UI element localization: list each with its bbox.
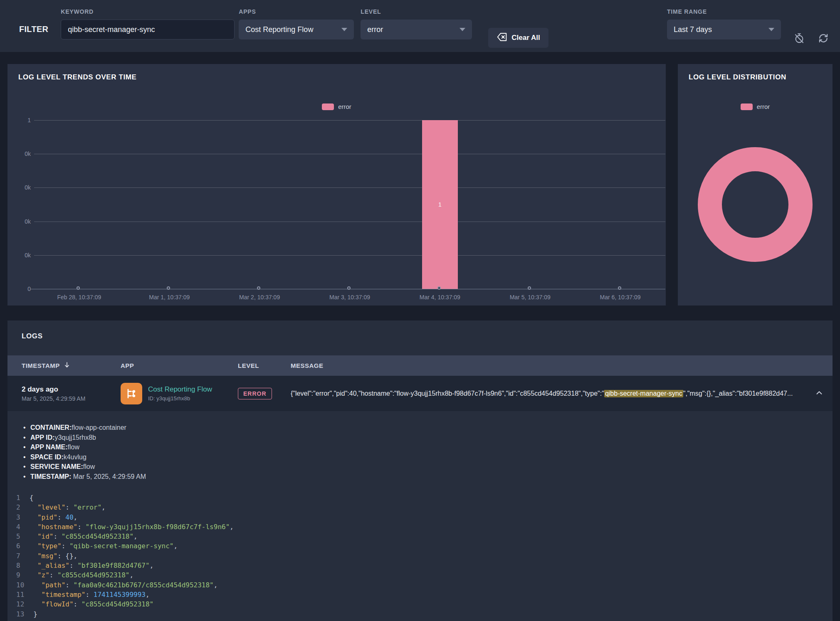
- axis-tick-dot: [347, 286, 351, 290]
- apps-dropdown[interactable]: Cost Reporting Flow: [239, 20, 354, 39]
- level-label: LEVEL: [361, 8, 472, 15]
- distribution-legend-item-error[interactable]: error: [678, 103, 833, 110]
- collapse-row-button[interactable]: [806, 388, 833, 399]
- line-number: 12: [16, 600, 24, 608]
- code-line: 7 "msg": {},: [16, 551, 818, 561]
- app-name-link[interactable]: Cost Reporting Flow: [148, 385, 212, 394]
- level-field-group: LEVEL error: [361, 8, 472, 39]
- line-number: 2: [16, 503, 20, 511]
- x-axis-label: Mar 4, 10:37:09: [394, 294, 486, 301]
- donut-chart[interactable]: [698, 147, 813, 262]
- line-number: 4: [16, 523, 20, 531]
- trends-bar-chart: 10k0k0k0k0Feb 28, 10:37:09Mar 1, 10:37:0…: [7, 64, 666, 306]
- logs-panel: LOGS TIMESTAMP APP LEVEL MESSAGE 2 days …: [7, 320, 833, 621]
- line-number: 13: [16, 610, 24, 618]
- detail-field: SERVICE NAME:flow: [23, 462, 818, 472]
- column-label-timestamp: TIMESTAMP: [22, 362, 60, 369]
- x-axis-label: Mar 6, 10:37:09: [575, 294, 666, 301]
- time-range-dropdown[interactable]: Last 7 days: [667, 20, 781, 39]
- log-level-trends-panel: LOG LEVEL TRENDS OVER TIME error 10k0k0k…: [7, 64, 666, 306]
- log-metadata-list: CONTAINER:flow-app-containerAPP ID:y3quj…: [23, 423, 818, 481]
- backspace-icon: [497, 32, 507, 44]
- filter-bar: FILTER KEYWORD APPS Cost Reporting Flow …: [0, 0, 840, 52]
- log-detail-expanded: CONTAINER:flow-app-containerAPP ID:y3quj…: [7, 411, 833, 619]
- detail-field: APP ID:y3qujj15rhx8b: [23, 433, 818, 443]
- y-axis-tick: 0: [11, 286, 31, 292]
- log-level-distribution-panel: LOG LEVEL DISTRIBUTION error: [678, 64, 833, 306]
- y-axis-tick: 0k: [11, 252, 31, 259]
- filter-bar-title: FILTER: [19, 25, 48, 34]
- detail-field: TIMESTAMP: Mar 5, 2025, 4:29:59 AM: [23, 472, 818, 482]
- detail-field-key: APP ID:: [30, 434, 54, 441]
- grid-line: [34, 187, 665, 188]
- line-number: 5: [16, 532, 20, 540]
- logs-title: LOGS: [7, 320, 833, 340]
- timer-off-icon: [793, 39, 805, 45]
- time-range-label: TIME RANGE: [667, 8, 781, 15]
- refresh-button[interactable]: [818, 32, 829, 44]
- message-keyword-highlight: qibb-secret-manager-sync: [604, 390, 683, 397]
- x-axis-label: Mar 2, 10:37:09: [214, 294, 305, 301]
- log-message-cell[interactable]: {"level":"error","pid":40,"hostname":"fl…: [291, 390, 806, 397]
- chevron-up-icon: [815, 388, 824, 399]
- bar-value-label: 1: [438, 201, 442, 208]
- column-label-app: APP: [121, 362, 134, 369]
- detail-field-key: APP NAME:: [30, 444, 68, 451]
- grid-line: [34, 154, 665, 154]
- detail-field-key: SPACE ID:: [30, 453, 64, 461]
- code-line: 3 "pid": 40,: [16, 513, 818, 522]
- flow-app-icon: [121, 383, 142, 404]
- x-axis-label: Mar 3, 10:37:09: [304, 294, 395, 301]
- code-line: 1{: [16, 493, 818, 503]
- distribution-panel-title: LOG LEVEL DISTRIBUTION: [689, 73, 786, 81]
- level-dropdown[interactable]: error: [361, 20, 472, 39]
- app-id: ID: y3qujj15rhx8b: [148, 395, 212, 402]
- code-line: 2 "level": "error",: [16, 503, 818, 512]
- log-relative-time: 2 days ago: [22, 385, 121, 394]
- column-header-level: LEVEL: [238, 362, 291, 369]
- detail-field-key: TIMESTAMP:: [30, 473, 71, 480]
- code-line: 10 "path": "faa0a9c4621b6767/c855cd454d9…: [16, 580, 818, 590]
- bar-error[interactable]: 1: [422, 120, 458, 289]
- axis-tick-dot: [437, 286, 441, 290]
- message-suffix: ","msg":{},"_alias":"bf301e9f882d47...: [683, 390, 793, 397]
- detail-field: SPACE ID:k4uvlug: [23, 452, 818, 462]
- clear-all-label: Clear All: [511, 34, 540, 42]
- log-timestamp-cell: 2 days ago Mar 5, 2025, 4:29:59 AM: [22, 385, 121, 402]
- code-line: 8 "_alias": "bf301e9f882d4767",: [16, 561, 818, 570]
- error-level-badge: ERROR: [238, 388, 272, 399]
- log-row[interactable]: 2 days ago Mar 5, 2025, 4:29:59 AM Cost …: [7, 376, 833, 411]
- clear-all-button[interactable]: Clear All: [488, 28, 548, 48]
- detail-field: CONTAINER:flow-app-container: [23, 423, 818, 433]
- line-number: 11: [16, 591, 24, 599]
- auto-refresh-toggle-button[interactable]: [793, 32, 805, 44]
- column-header-timestamp[interactable]: TIMESTAMP: [22, 361, 121, 370]
- detail-field-key: CONTAINER:: [30, 424, 72, 431]
- line-number: 6: [16, 542, 20, 550]
- legend-label: error: [757, 103, 770, 110]
- log-level-cell: ERROR: [238, 388, 291, 399]
- legend-swatch: [741, 104, 753, 110]
- detail-field: APP NAME:flow: [23, 442, 818, 452]
- y-axis-tick: 0k: [11, 150, 31, 157]
- x-axis-label: Feb 28, 10:37:09: [33, 294, 125, 301]
- column-header-app: APP: [121, 362, 238, 369]
- code-line: 6 "type": "qibb-secret-manager-sync",: [16, 541, 818, 551]
- column-label-level: LEVEL: [238, 362, 259, 369]
- chevron-down-icon: [341, 28, 347, 31]
- code-line: 13}: [16, 609, 818, 619]
- chevron-down-icon: [768, 28, 774, 31]
- column-label-message: MESSAGE: [291, 362, 324, 369]
- log-app-cell: Cost Reporting Flow ID: y3qujj15rhx8b: [121, 383, 238, 404]
- axis-tick-dot: [528, 286, 531, 290]
- keyword-label: KEYWORD: [61, 8, 235, 15]
- refresh-icon: [818, 39, 829, 45]
- keyword-input[interactable]: [61, 20, 235, 39]
- apps-field-group: APPS Cost Reporting Flow: [239, 8, 354, 39]
- apps-label: APPS: [239, 8, 354, 15]
- sort-descending-icon: [63, 361, 71, 370]
- message-prefix: {"level":"error","pid":40,"hostname":"fl…: [291, 390, 604, 397]
- column-header-message: MESSAGE: [291, 362, 806, 369]
- level-dropdown-value: error: [367, 25, 383, 34]
- line-number: 1: [16, 494, 20, 502]
